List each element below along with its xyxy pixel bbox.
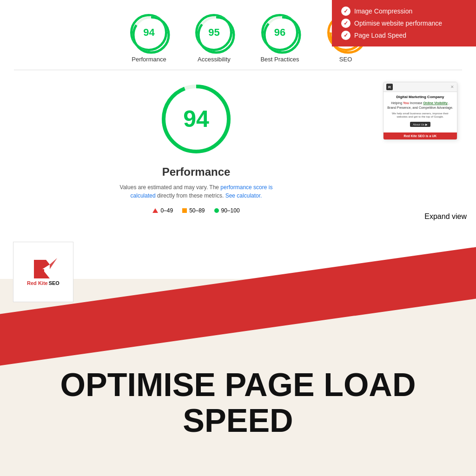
svg-marker-11 (50, 258, 57, 269)
banner-text-3: Page Load Speed (354, 32, 406, 39)
metric-performance: 94 Performance (130, 14, 167, 63)
performance-label: Performance (132, 56, 166, 63)
red-banner: Image Compression Optimise website perfo… (332, 0, 476, 46)
perf-desc-text2: directly from these metrics. (157, 192, 225, 199)
bottom-heading-line2: SPEED (0, 403, 476, 439)
logo-box: Red Kite SEO (13, 242, 73, 302)
top-section: Image Compression Optimise website perfo… (0, 0, 476, 279)
left-panel: 94 Performance Values are estimated and … (28, 82, 364, 214)
see-calculator-link[interactable]: See calculator. (225, 192, 262, 199)
legend-dot-icon (214, 208, 219, 213)
phone-tiny-text: We help small business owners, improve t… (386, 112, 454, 119)
big-performance-circle-container: 94 (159, 82, 233, 156)
best-practices-score: 96 (274, 26, 285, 39)
main-content: 94 Performance Values are estimated and … (0, 77, 476, 223)
legend-orange-label: 50–89 (189, 207, 205, 214)
legend: 0–49 50–89 90–100 (152, 207, 239, 214)
banner-item-3: Page Load Speed (341, 31, 467, 40)
big-performance-circle: 94 (159, 82, 233, 156)
accessibility-label: Accessibility (198, 56, 231, 63)
banner-item-2: Optimise website performance (341, 19, 467, 28)
best-practices-circle: 96 (261, 14, 298, 51)
phone-bottom-bar: Red Kite SEO is a UK (383, 132, 457, 139)
expand-view-text: Expand view (424, 212, 467, 220)
performance-title: Performance (162, 165, 231, 178)
check-icon-3 (341, 31, 350, 40)
svg-marker-10 (34, 260, 50, 278)
performance-description: Values are estimated and may vary. The p… (108, 183, 284, 200)
phone-heading: Digital Marketing Company (386, 95, 454, 99)
red-kite-logo-icon (29, 258, 57, 280)
accessibility-score: 95 (208, 26, 219, 39)
logo-brand-seo: SEO (49, 280, 60, 286)
phone-subtext1: Helping (391, 101, 403, 105)
seo-label: SEO (339, 56, 352, 63)
phone-highlight-you: You (403, 101, 409, 105)
phone-subtext2: Increase (410, 101, 423, 105)
phone-content: Digital Marketing Company Helping You In… (383, 92, 457, 132)
performance-circle: 94 (130, 14, 167, 51)
banner-item-1: Image Compression (341, 7, 467, 16)
performance-score: 94 (143, 26, 154, 39)
perf-desc-text: Values are estimated and may vary. The (120, 184, 221, 191)
metrics-divider (14, 70, 462, 70)
legend-orange: 50–89 (182, 207, 205, 214)
right-panel: R ✕ Digital Marketing Company Helping Yo… (383, 82, 457, 214)
legend-red: 0–49 (152, 207, 173, 214)
phone-mockup: R ✕ Digital Marketing Company Helping Yo… (383, 82, 457, 140)
phone-about-btn[interactable]: About Us ▶ (410, 122, 430, 127)
banner-text-1: Image Compression (354, 7, 412, 15)
bottom-heading-line1: OPTIMISE PAGE LOAD (0, 367, 476, 403)
phone-top-bar: R ✕ (383, 82, 457, 92)
phone-close-icon: ✕ (450, 85, 454, 89)
metric-best-practices: 96 Best Practices (260, 14, 299, 63)
banner-text-2: Optimise website performance (354, 20, 442, 27)
expand-view-link[interactable]: Expand view (424, 212, 467, 221)
phone-subtext: Helping You Increase Online Visibility ,… (386, 101, 454, 110)
phone-logo-icon: R (386, 84, 393, 90)
big-performance-score: 94 (183, 106, 209, 132)
metric-accessibility: 95 Accessibility (195, 14, 232, 63)
legend-green-label: 90–100 (221, 207, 240, 214)
accessibility-circle: 95 (195, 14, 232, 51)
phone-highlight-visibility: Online Visibility (423, 101, 447, 105)
logo-brand-red: Red Kite (27, 280, 48, 286)
check-icon-2 (341, 19, 350, 28)
legend-triangle-icon (152, 208, 158, 213)
legend-square-icon (182, 208, 187, 213)
svg-rect-12 (42, 269, 44, 278)
check-icon-1 (341, 7, 350, 16)
legend-red-label: 0–49 (160, 207, 173, 214)
best-practices-label: Best Practices (260, 56, 299, 63)
legend-green: 90–100 (214, 207, 240, 214)
bottom-heading: OPTIMISE PAGE LOAD SPEED (0, 367, 476, 439)
